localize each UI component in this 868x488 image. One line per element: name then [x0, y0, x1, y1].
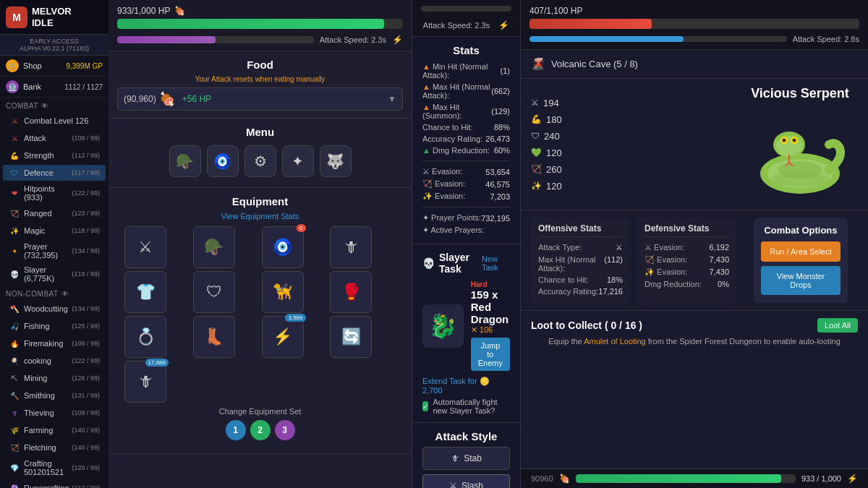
logo-icon: M: [6, 7, 27, 28]
equipment-set-2[interactable]: 2: [250, 420, 271, 440]
stats-max-hit-row: ▲ Max Hit (Normal Attack): (662): [422, 81, 510, 101]
middle-as-icon: ⚡: [498, 20, 509, 30]
menu-item-wolf[interactable]: 🐺: [320, 145, 352, 177]
sidebar-item-defence[interactable]: 🛡 Defence (117 / 99): [3, 165, 106, 181]
stats-max-hit-summon-row: ▲ Max Hit (Summon): (129): [422, 101, 510, 121]
farming-icon: 🌾: [9, 424, 20, 436]
run-area-select-button[interactable]: Run / Area Select: [761, 241, 841, 262]
firemaking-level: (109 / 99): [72, 340, 100, 347]
equip-slot-weapon[interactable]: ⚔: [124, 226, 166, 268]
sidebar-item-cooking[interactable]: 🍳 cooking (122 / 99): [3, 353, 106, 369]
attack-icon: ⚔: [9, 132, 20, 144]
equipment-set-1[interactable]: 1: [226, 420, 246, 440]
sidebar-item-smithing[interactable]: 🔨 Smithing (131 / 99): [3, 388, 106, 403]
stats-divider2: [422, 207, 510, 207]
food-title: Food: [117, 59, 403, 71]
bottom-auto-icon: ⚡: [847, 474, 858, 484]
bank-row[interactable]: 🏦 Bank 1112 / 1127: [0, 77, 109, 98]
amulet-link[interactable]: Amulet of Looting: [584, 337, 646, 346]
monster-stat-attack: ⚔ 194: [531, 98, 562, 108]
def-dmg-value: 0%: [718, 280, 729, 288]
equip-slot-special1[interactable]: ⚡ 3,599: [262, 316, 304, 358]
dungeon-info: 🌋 Volcanic Cave (5 / 8): [521, 50, 868, 79]
loot-all-button[interactable]: Loot All: [817, 318, 858, 333]
thieving-level: (109 / 99): [72, 409, 100, 416]
sidebar-item-mining[interactable]: ⛏ Mining (126 / 99): [3, 370, 106, 386]
menu-item-helmet[interactable]: 🪖: [169, 145, 201, 177]
menu-item-gear[interactable]: ⚙: [244, 145, 276, 177]
sidebar-item-fishing[interactable]: 🎣 Fishing (125 / 99): [3, 318, 106, 334]
defence-label: Defence: [24, 168, 72, 177]
defensive-stats-title: Defensive Stats: [644, 223, 729, 237]
extend-task-link[interactable]: Extend Task for 🪙 2,700: [422, 377, 510, 395]
slayer-level: (119 / 99): [72, 270, 100, 278]
equip-slot-gloves[interactable]: 🥊: [330, 271, 372, 313]
equip-slot-special2[interactable]: 🗡 17,689: [124, 361, 166, 403]
sidebar-item-slayer[interactable]: 💀 Slayer (6,775K) (119 / 99): [3, 263, 106, 285]
monster-strength-val: 180: [546, 114, 562, 125]
stats-evasion1-label: ⚔ Evasion:: [422, 167, 462, 176]
stab-button[interactable]: 🗡 Stab: [422, 447, 510, 470]
food-selector[interactable]: (90,960) 🍖 +56 HP ▼: [117, 87, 403, 111]
slayer-new-task-link[interactable]: New Task: [482, 254, 510, 272]
stats-chance-to-hit-label: Chance to Hit:: [422, 123, 473, 132]
slayer-header: 💀 Slayer Task New Task: [422, 252, 510, 275]
auto-fight-checkbox[interactable]: ✓: [422, 401, 428, 411]
equip-slot-necklace[interactable]: 🧿 0: [262, 226, 304, 268]
player-hp-area: 933/1,000 HP 🍖: [109, 0, 412, 32]
sidebar-item-hitpoints[interactable]: ❤ Hitpoints (933) (122 / 99): [3, 182, 106, 204]
sidebar-item-ranged[interactable]: 🏹 Ranged (123 / 99): [3, 205, 106, 221]
sidebar-item-woodcutting[interactable]: 🪓 Woodcutting (134 / 99): [3, 301, 106, 317]
sidebar-item-crafting[interactable]: 💎 Crafting 501201521 (120 / 99): [3, 457, 106, 479]
stats-chance-to-hit-value: 88%: [494, 123, 510, 132]
equip-slot-chest[interactable]: 👕: [124, 271, 166, 313]
equipment-set-3[interactable]: 3: [275, 420, 295, 440]
combat-icon: ⚔: [9, 115, 20, 127]
sidebar-item-firemaking[interactable]: 🔥 Firemaking (109 / 99): [3, 335, 106, 351]
monster-stat-ranged: 🏹 260: [531, 164, 562, 175]
early-access-label: EARLY ACCESS ALPHA V0.22.1 (71183): [0, 35, 109, 56]
player-food-icon: 🍖: [174, 6, 185, 16]
player-attack-speed-text: Attack Speed: 2.3s: [320, 35, 386, 44]
shop-row[interactable]: 🛒 Shop 9,399M GP: [0, 56, 109, 77]
woodcutting-level: (134 / 99): [72, 305, 100, 312]
equip-slot-passive[interactable]: 🔄: [330, 316, 372, 358]
auto-fight-label: Automatically fight new Slayer Task?: [433, 398, 510, 415]
sidebar-item-attack[interactable]: ⚔ Attack (108 / 99): [3, 130, 106, 146]
monster-defence-val: 240: [544, 131, 560, 142]
sidebar-item-prayer[interactable]: ✦ Prayer (732,395) (134 / 99): [3, 240, 106, 262]
auto-fight-row: ✓ Automatically fight new Slayer Task?: [422, 398, 510, 415]
equip-slot-ring[interactable]: 💍: [124, 316, 166, 358]
svg-point-6: [783, 139, 786, 142]
menu-item-star[interactable]: ✦: [282, 145, 314, 177]
bank-amount: 1112 / 1127: [64, 83, 103, 91]
off-max-hit-value: (112): [604, 255, 623, 273]
slash-button[interactable]: ⚔ Slash: [422, 474, 510, 488]
extend-cost-icon: 🪙: [480, 377, 490, 385]
monster-display: ⚔ 194 💪 180 🛡 240 💚 120 🏹 260: [521, 79, 868, 210]
svg-point-8: [793, 139, 796, 142]
def-evasion1-row: ⚔ Evasion: 6,192: [644, 241, 729, 254]
view-monster-drops-button[interactable]: View Monster Drops: [761, 266, 841, 295]
fishing-icon: 🎣: [9, 320, 20, 332]
sidebar-item-runecrafting[interactable]: 🔮 Runecrafting (112 / 99): [3, 480, 106, 488]
sidebar-item-fletching[interactable]: 🏹 Fletching (140 / 99): [3, 440, 106, 455]
equip-slot-helmet[interactable]: 🪖: [193, 226, 235, 268]
sidebar-item-farming[interactable]: 🌾 Farming (140 / 99): [3, 422, 106, 438]
sidebar-item-thieving[interactable]: 🗡 Thieving (109 / 99): [3, 405, 106, 421]
magic-icon: ✨: [9, 225, 20, 236]
menu-item-orb[interactable]: 🧿: [207, 145, 239, 177]
sidebar-item-strength[interactable]: 💪 Strength (112 / 99): [3, 147, 106, 163]
slayer-difficulty: Hard: [471, 281, 510, 288]
equip-slot-offhand[interactable]: 🗡: [330, 226, 372, 268]
equip-slot-shield[interactable]: 🛡: [193, 271, 235, 313]
combat-options: Combat Options Run / Area Select View Mo…: [754, 218, 848, 303]
sidebar-item-magic[interactable]: ✨ Magic (118 / 99): [3, 223, 106, 239]
equip-slot-boots[interactable]: 👢: [193, 316, 235, 358]
jump-to-enemy-button[interactable]: Jump to Enemy: [471, 338, 510, 371]
view-equipment-stats-link[interactable]: View Equipment Stats: [117, 212, 403, 221]
shop-amount: 9,399M GP: [66, 62, 103, 70]
equip-slot-pet[interactable]: 🦮: [262, 271, 304, 313]
off-chance-row: Chance to Hit: 18%: [538, 274, 623, 286]
stats-evasion3-value: 7,203: [490, 192, 510, 201]
